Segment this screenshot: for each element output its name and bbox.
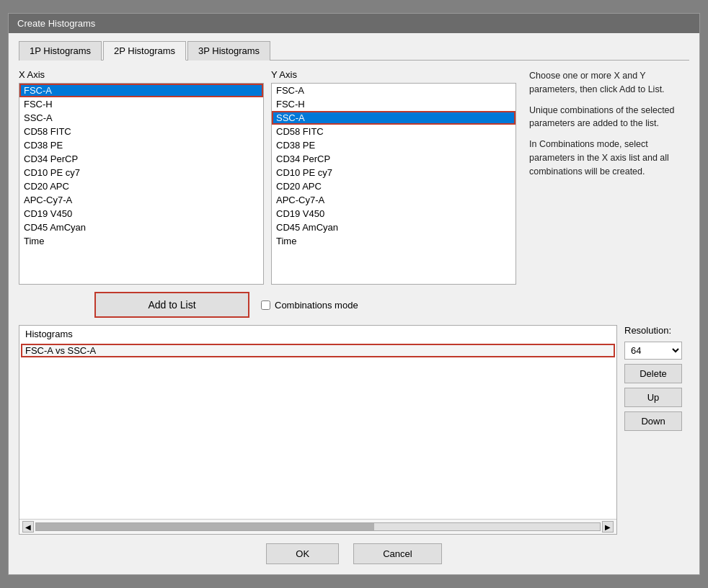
right-panel: Resolution: 64 128 256 512 1024 Delete U… <box>624 325 689 535</box>
combinations-label: Combinations mode <box>275 300 358 311</box>
x-axis-item-cd20-apc[interactable]: CD20 APC <box>19 179 263 193</box>
x-axis-list[interactable]: FSC-A FSC-H SSC-A CD58 FITC CD38 PE CD34… <box>19 83 264 285</box>
y-axis-item-ssc-a[interactable]: SSC-A <box>272 111 515 125</box>
y-axis-item-cd19-v450[interactable]: CD19 V450 <box>272 207 515 220</box>
scrollbar-track[interactable] <box>35 522 601 531</box>
info-panel: Choose one or more X and Y parameters, t… <box>523 69 689 285</box>
tab-3p[interactable]: 3P Histograms <box>187 41 270 61</box>
resolution-label: Resolution: <box>624 325 689 336</box>
y-axis-item-cd20-apc[interactable]: CD20 APC <box>272 179 515 193</box>
info-line1: Choose one or more X and Y parameters, t… <box>529 69 689 97</box>
x-axis-label: X Axis <box>19 69 264 80</box>
up-button[interactable]: Up <box>624 388 682 407</box>
y-axis-item-apc-cy7-a[interactable]: APC-Cy7-A <box>272 193 515 207</box>
y-axis-list[interactable]: FSC-A FSC-H SSC-A CD58 FITC CD38 PE CD34… <box>271 83 516 285</box>
scroll-right-arrow[interactable]: ▶ <box>602 521 614 533</box>
x-axis-item-cd34-percp[interactable]: CD34 PerCP <box>19 152 263 166</box>
title-bar: Create Histograms <box>9 14 699 33</box>
x-axis-item-time[interactable]: Time <box>19 234 263 248</box>
combinations-checkbox[interactable] <box>261 300 270 310</box>
scrollbar-thumb <box>36 523 374 530</box>
x-axis-item-cd10-pe-cy7[interactable]: CD10 PE cy7 <box>19 166 263 179</box>
y-axis-item-fsc-h[interactable]: FSC-H <box>272 97 515 111</box>
x-axis-item-cd19-v450[interactable]: CD19 V450 <box>19 207 263 220</box>
x-axis-item-apc-cy7-a[interactable]: APC-Cy7-A <box>19 193 263 207</box>
tab-1p[interactable]: 1P Histograms <box>19 41 102 61</box>
footer-buttons: OK Cancel <box>19 543 689 564</box>
y-axis-label: Y Axis <box>271 69 516 80</box>
add-to-list-button[interactable]: Add to List <box>94 292 249 318</box>
create-histograms-dialog: Create Histograms 1P Histograms 2P Histo… <box>8 13 700 575</box>
y-axis-item-cd38-pe[interactable]: CD38 PE <box>272 138 515 152</box>
tabs-row: 1P Histograms 2P Histograms 3P Histogram… <box>19 40 689 61</box>
down-button[interactable]: Down <box>624 411 682 431</box>
cancel-button[interactable]: Cancel <box>353 543 441 564</box>
y-axis-item-time[interactable]: Time <box>272 234 515 248</box>
y-axis-item-cd10-pe-cy7[interactable]: CD10 PE cy7 <box>272 166 515 179</box>
histograms-section: Histograms FSC-A vs SSC-A ◀ ▶ Resolution… <box>19 325 689 535</box>
histogram-item-fsc-a-vs-ssc-a[interactable]: FSC-A vs SSC-A <box>21 344 615 357</box>
ok-button[interactable]: OK <box>266 543 339 564</box>
x-axis-panel: X Axis FSC-A FSC-H SSC-A CD58 FITC CD38 … <box>19 69 264 285</box>
dialog-title: Create Histograms <box>17 18 95 29</box>
x-axis-item-fsc-h[interactable]: FSC-H <box>19 97 263 111</box>
histograms-panel: Histograms FSC-A vs SSC-A ◀ ▶ <box>19 325 617 535</box>
dialog-body: 1P Histograms 2P Histograms 3P Histogram… <box>9 33 699 574</box>
x-axis-item-ssc-a[interactable]: SSC-A <box>19 111 263 125</box>
combinations-row: Combinations mode <box>261 300 358 311</box>
histograms-list[interactable]: FSC-A vs SSC-A <box>19 342 616 519</box>
y-axis-item-cd45-amcyan[interactable]: CD45 AmCyan <box>272 220 515 234</box>
y-axis-panel: Y Axis FSC-A FSC-H SSC-A CD58 FITC CD38 … <box>271 69 516 285</box>
x-axis-item-cd38-pe[interactable]: CD38 PE <box>19 138 263 152</box>
x-axis-item-cd45-amcyan[interactable]: CD45 AmCyan <box>19 220 263 234</box>
scrollbar-row: ◀ ▶ <box>19 519 616 534</box>
scroll-left-arrow[interactable]: ◀ <box>22 521 34 533</box>
info-line2: Unique combinations of the selected para… <box>529 104 689 131</box>
tab-2p[interactable]: 2P Histograms <box>103 41 186 61</box>
info-line3: In Combinations mode, select parameters … <box>529 138 689 178</box>
add-row: Add to List Combinations mode <box>19 292 689 318</box>
delete-button[interactable]: Delete <box>624 364 682 383</box>
resolution-select[interactable]: 64 128 256 512 1024 <box>624 342 682 360</box>
histograms-label: Histograms <box>19 326 616 342</box>
x-axis-item-fsc-a[interactable]: FSC-A <box>19 84 263 97</box>
x-axis-item-cd58-fitc[interactable]: CD58 FITC <box>19 125 263 138</box>
y-axis-item-cd34-percp[interactable]: CD34 PerCP <box>272 152 515 166</box>
axes-section: X Axis FSC-A FSC-H SSC-A CD58 FITC CD38 … <box>19 69 689 285</box>
y-axis-item-cd58-fitc[interactable]: CD58 FITC <box>272 125 515 138</box>
y-axis-item-fsc-a[interactable]: FSC-A <box>272 84 515 97</box>
